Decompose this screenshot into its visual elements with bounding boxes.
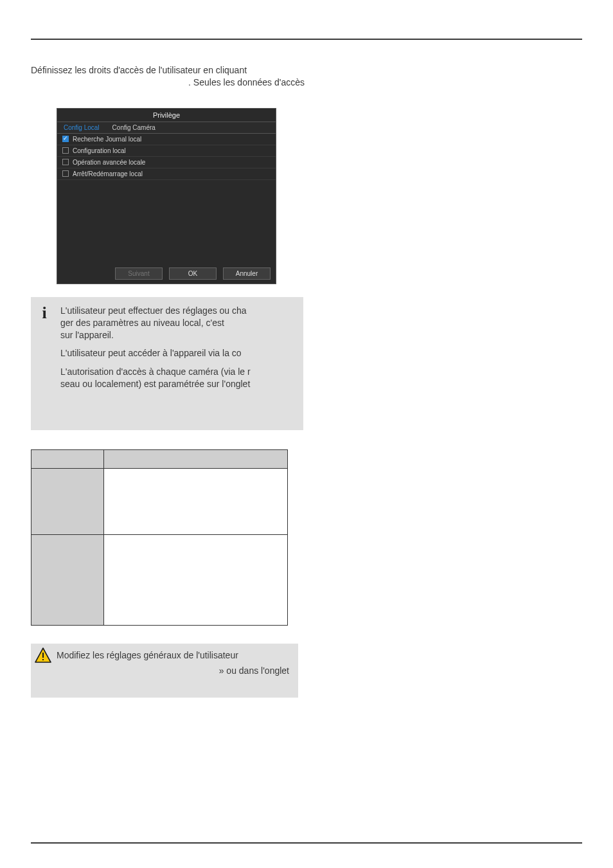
note-p1-line3: sur l'appareil.	[60, 330, 114, 340]
table-row	[31, 535, 288, 626]
svg-rect-1	[42, 653, 44, 658]
table-header-row	[31, 450, 288, 469]
note-text: L'utilisateur peut effectuer des réglage…	[60, 305, 251, 397]
table-cell-col1	[31, 469, 104, 535]
dialog-button-row: Suivant OK Annuler	[57, 264, 276, 284]
tab-config-camera[interactable]: Config Caméra	[106, 122, 162, 133]
note-p1-line2: ger des paramètres au niveau local, c'es…	[60, 318, 224, 328]
dialog-tabs: Config Local Config Caméra	[57, 122, 276, 134]
note-box: L'utilisateur peut effectuer des réglage…	[31, 297, 303, 430]
next-button: Suivant	[115, 267, 163, 280]
note-paragraph-1: L'utilisateur peut effectuer des réglage…	[60, 305, 251, 341]
privilege-dialog: Privilège Config Local Config Caméra Rec…	[57, 108, 276, 284]
note-p3-line2: seau ou localement) est paramétrée sur l…	[60, 379, 250, 389]
parameter-table	[31, 449, 288, 626]
cancel-button[interactable]: Annuler	[223, 267, 271, 280]
checkbox-icon[interactable]	[62, 147, 69, 154]
warning-line-1: Modifiez les réglages généraux de l'util…	[57, 650, 238, 660]
checkbox-icon[interactable]	[62, 136, 69, 142]
svg-rect-2	[42, 659, 44, 660]
left-column-content: Définissez les droits d'accès de l'utili…	[31, 64, 307, 698]
top-horizontal-rule	[31, 39, 582, 40]
dialog-empty-area	[57, 180, 276, 264]
table-cell-col2	[104, 469, 288, 535]
perm-item-advanced-op[interactable]: Opération avancée locale	[57, 157, 276, 168]
document-page: Définissez les droits d'accès de l'utili…	[0, 0, 613, 868]
info-icon	[39, 305, 50, 397]
intro-paragraph: Définissez les droits d'accès de l'utili…	[31, 64, 307, 89]
perm-label: Arrêt/Redémarrage local	[73, 170, 143, 177]
warning-row: Modifiez les réglages généraux de l'util…	[35, 647, 292, 663]
table-header-col2	[104, 450, 288, 469]
note-paragraph-3: L'autorisation d'accès à chaque caméra (…	[60, 366, 251, 390]
note-p1-line1: L'utilisateur peut effectuer des réglage…	[60, 305, 247, 316]
table-row	[31, 469, 288, 535]
ok-button[interactable]: OK	[169, 267, 217, 280]
table-cell-col2	[104, 535, 288, 626]
warning-line-2: » ou dans l'onglet	[35, 665, 292, 676]
perm-item-log-search[interactable]: Recherche Journal local	[57, 134, 276, 145]
intro-line-1: Définissez les droits d'accès de l'utili…	[31, 64, 307, 77]
perm-label: Opération avancée locale	[73, 159, 145, 166]
warning-icon	[35, 647, 51, 663]
checkbox-icon[interactable]	[62, 159, 69, 165]
permission-list: Recherche Journal local Configuration lo…	[57, 134, 276, 180]
note-paragraph-2: L'utilisateur peut accéder à l'appareil …	[60, 347, 251, 359]
note-p3-line1: L'autorisation d'accès à chaque caméra (…	[60, 366, 251, 377]
intro-line-2: . Seules les données d'accès	[31, 77, 307, 89]
tab-config-local[interactable]: Config Local	[57, 122, 106, 133]
checkbox-icon[interactable]	[62, 170, 69, 177]
dialog-title: Privilège	[57, 109, 276, 122]
perm-item-local-config[interactable]: Configuration local	[57, 145, 276, 157]
perm-label: Recherche Journal local	[73, 136, 141, 143]
bottom-horizontal-rule	[31, 842, 582, 844]
perm-label: Configuration local	[73, 147, 126, 154]
perm-item-shutdown-reboot[interactable]: Arrêt/Redémarrage local	[57, 168, 276, 180]
table-cell-col1	[31, 535, 104, 626]
table-header-col1	[31, 450, 104, 469]
warning-box: Modifiez les réglages généraux de l'util…	[31, 644, 298, 698]
